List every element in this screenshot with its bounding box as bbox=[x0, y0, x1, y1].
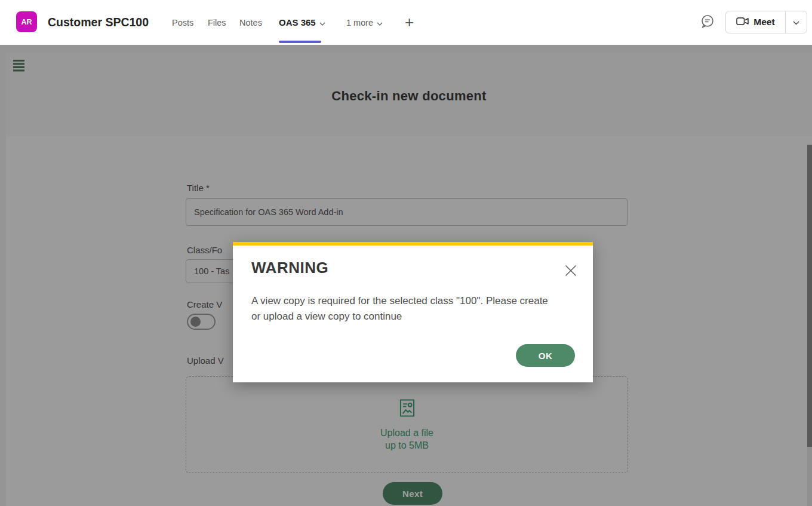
tab-notes[interactable]: Notes bbox=[239, 0, 262, 45]
team-name: Customer SPC100 bbox=[48, 0, 149, 45]
meet-button-group: Meet bbox=[725, 11, 807, 33]
meet-button[interactable]: Meet bbox=[726, 11, 786, 33]
add-tab-button[interactable]: + bbox=[405, 0, 414, 45]
dialog-message: A view copy is required for the selected… bbox=[251, 293, 553, 324]
team-avatar[interactable]: AR bbox=[16, 11, 37, 32]
active-tab-underline bbox=[279, 41, 321, 43]
tab-oas-365[interactable]: OAS 365 bbox=[279, 0, 325, 45]
screen: AR Customer SPC100 Posts Files Notes OAS… bbox=[0, 0, 812, 506]
chevron-down-icon bbox=[377, 18, 383, 27]
tab-files-label: Files bbox=[208, 18, 226, 27]
ok-button[interactable]: OK bbox=[516, 344, 575, 367]
meet-options-button[interactable] bbox=[786, 11, 807, 33]
warning-dialog: WARNING A view copy is required for the … bbox=[233, 242, 593, 382]
chevron-down-icon bbox=[319, 17, 325, 27]
tab-files[interactable]: Files bbox=[208, 0, 226, 45]
chat-button[interactable] bbox=[699, 14, 716, 32]
tab-notes-label: Notes bbox=[239, 18, 262, 27]
video-camera-icon bbox=[736, 17, 749, 28]
tab-more-label: 1 more bbox=[346, 18, 373, 27]
tab-more[interactable]: 1 more bbox=[346, 0, 383, 45]
teams-top-bar: AR Customer SPC100 Posts Files Notes OAS… bbox=[0, 0, 812, 45]
dialog-title: WARNING bbox=[251, 259, 328, 277]
tab-oas-365-label: OAS 365 bbox=[279, 17, 316, 27]
chevron-down-icon bbox=[793, 17, 799, 27]
close-icon[interactable] bbox=[565, 265, 577, 277]
chat-bubble-icon bbox=[700, 14, 715, 32]
tab-posts-label: Posts bbox=[172, 18, 193, 27]
meet-button-label: Meet bbox=[753, 17, 774, 27]
tab-posts[interactable]: Posts bbox=[172, 0, 193, 45]
